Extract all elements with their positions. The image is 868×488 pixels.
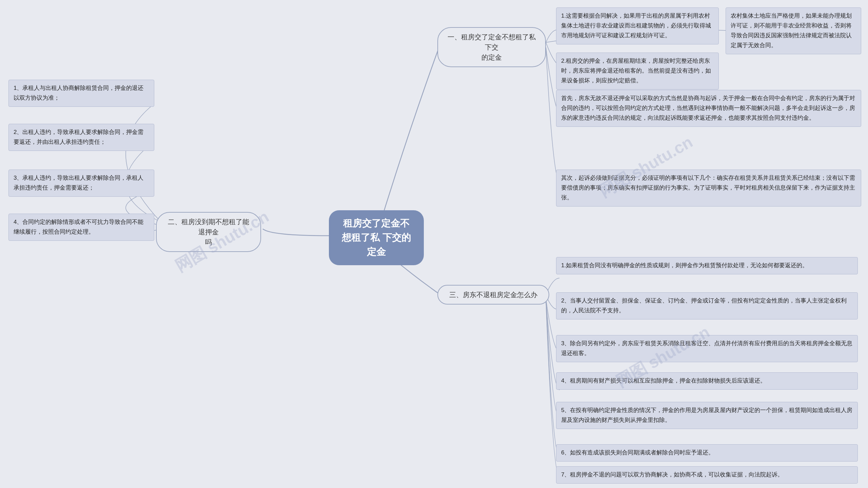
branch-2-label: 二、租房没到期不想租了能退押金吗 [168,218,249,246]
text-box-rt4: 首先，房东无故不退还押金可以采取的方式当然是协商与起诉，关于押金一般在合同中会有… [556,90,861,127]
mindmap-canvas: 租房交了定金不想租了私 下交的定金 一、租房交了定金不想租了私下交的定金 二、租… [0,0,868,488]
text-box-rb3-6: 6、如投有造成该损失则合同期满或者解除合同时应予退还。 [556,444,858,462]
text-box-rb3-2: 2、当事人交付留置金、担保金、保证金、订约金、押金或订金等，但投有约定定金性质的… [556,292,858,319]
branch-node-1: 一、租房交了定金不想租了私下交的定金 [437,27,546,67]
text-box-rt5: 其次，起诉必须做到证据充分，必须证明的事项有以下几个：确实存在租赁关系并且租赁关… [556,170,861,207]
text-box-rt2: 2.租房交的押金，在房屋租期结束，房屋按时完整还给房东时，房东应将押金退还给租客… [556,53,719,90]
center-node: 租房交了定金不想租了私 下交的定金 [329,210,424,265]
text-box-lt4: 4、合同约定的解除情形或者不可抗力导致合同不能继续履行，按照合同约定处理。 [8,214,154,241]
branch-1-label: 一、租房交了定金不想租了私下交的定金 [448,33,536,61]
text-box-rb3-5: 5、在投有明确约定押金性质的情况下，押金的作用是为房屋及屋内财产设定的一个担保，… [556,402,858,429]
text-box-rb3-3: 3、除合同另有约定外，房东应于租赁关系消除且租客迁空、点清并付清所有应付费用后的… [556,335,858,362]
branch-3-label: 三、房东不退租房定金怎么办 [449,291,537,298]
text-box-lt2: 2、出租人违约，导致承租人要求解除合同，押金需要返还，并由出租人承担违约责任； [8,124,154,151]
center-node-label: 租房交了定金不想租了私 下交的定金 [342,218,411,257]
text-box-rb3-4: 4、租房期间有财产损失可以相互应扣除押金，押金在扣除财物损失后应该退还。 [556,372,858,390]
text-box-rb3-7: 7、租房押金不退的问题可以双方协商解决，如协商不成，可以收集证据，向法院起诉。 [556,466,858,484]
text-box-rt1: 1.这需要根据合同解决，如果用于出租的房屋属于利用农村集体土地进行非农业建设而出… [556,7,719,44]
text-box-rt3: 农村集体土地应当严格使用，如果未能办理规划许可证，则不能用于非农业经营和收益，否… [726,7,861,54]
branch-node-2: 二、租房没到期不想租了能退押金吗 [156,212,261,252]
branch-node-3: 三、房东不退租房定金怎么办 [437,285,549,305]
text-box-lt1: 1、承租人与出租人协商解除租赁合同，押金的退还以双方协议为准； [8,80,154,107]
text-box-rb3-1: 1.如果租赁合同没有明确押金的性质或规则，则押金作为租赁预付款处理，无论如何都要… [556,257,858,274]
text-box-lt3: 3、承租人违约，导致出租人要求解除合同，承租人承担违约责任，押金需要返还； [8,170,154,197]
